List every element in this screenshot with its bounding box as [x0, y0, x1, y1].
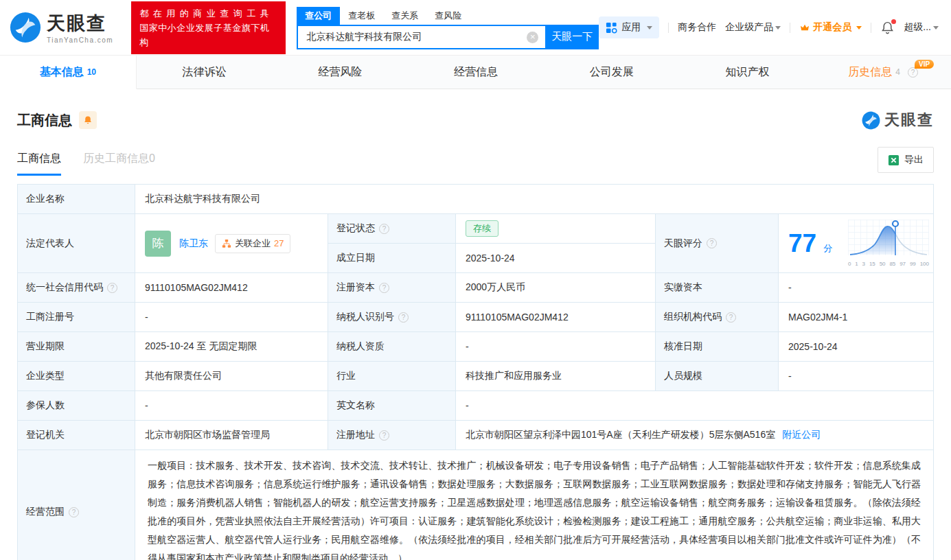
field-label-reg-status: 登记状态 — [328, 214, 455, 243]
export-button[interactable]: 导出 — [878, 147, 934, 173]
field-label-taxpayer-id: 纳税人识别号 — [328, 303, 455, 331]
clear-icon[interactable]: × — [527, 32, 538, 43]
tab-legal-proceedings-label: 法律诉讼 — [183, 65, 227, 80]
field-label-approval-date: 核准日期 — [656, 332, 778, 361]
score-unit: 分 — [823, 242, 832, 255]
org-chart-icon — [222, 239, 231, 248]
field-value-business-scope: 一般项目：技术服务、技术开发、技术咨询、技术交流、技术转让、技术推广；机械设备研… — [135, 450, 933, 560]
field-label-est-date: 成立日期 — [328, 244, 455, 272]
apps-menu[interactable]: 应用 — [599, 16, 659, 38]
divider — [668, 23, 669, 33]
bell-icon — [83, 115, 93, 125]
field-value-taxpayer-quality: - — [456, 332, 655, 361]
field-label-business-scope: 经营范围 — [18, 450, 135, 560]
business-info-table: 企业名称 北京科达航宇科技有限公司 法定代表人 陈 陈卫东 关联企业 27 — [17, 184, 934, 560]
tab-operating-info[interactable]: 经营信息 — [408, 56, 544, 89]
score-axis-labels: 0131550859799100 — [848, 261, 929, 267]
help-icon[interactable] — [379, 283, 389, 293]
chevron-down-icon — [647, 26, 652, 30]
subtab-history-business-info[interactable]: 历史工商信息0 — [83, 152, 155, 176]
field-label-company-type: 企业类型 — [18, 362, 135, 390]
app-grid-icon — [606, 22, 617, 34]
search-tab-relation[interactable]: 查关系 — [383, 7, 426, 25]
field-value-approval-date: 2025-10-24 — [779, 332, 933, 361]
field-label-credit-code: 统一社会信用代码 — [18, 273, 135, 302]
tab-basic-info[interactable]: 基本信息 10 — [0, 56, 137, 89]
subtab-business-info[interactable]: 工商信息 — [17, 152, 61, 176]
nav-open-vip[interactable]: 开通会员 — [799, 21, 862, 34]
brand-name: 天眼查 — [47, 11, 113, 36]
divider — [790, 23, 790, 33]
search-tab-boss[interactable]: 查老板 — [340, 7, 383, 25]
score-curve — [848, 220, 929, 258]
tab-history-info-label: 历史信息 — [848, 65, 892, 80]
score-distribution-chart: 0131550859799100 — [848, 220, 929, 267]
tab-company-development-label: 公司发展 — [590, 65, 634, 80]
help-icon[interactable] — [107, 283, 117, 293]
field-label-insured-count: 参保人数 — [18, 391, 135, 420]
notification-bell[interactable] — [880, 21, 895, 35]
nav-enterprise-label: 企业级产品 — [725, 21, 773, 34]
related-companies-label: 关联企业 — [235, 237, 271, 250]
field-label-english-name: 英文名称 — [328, 391, 455, 420]
tianyancha-watermark: 天眼查 — [862, 110, 934, 130]
search-tab-company[interactable]: 查公司 — [297, 7, 340, 25]
tab-operating-risk-label: 经营风险 — [318, 65, 362, 80]
vip-badge: VIP — [915, 60, 934, 69]
nav-open-vip-label: 开通会员 — [813, 21, 851, 34]
field-value-reg-address: 北京市朝阳区望京利泽中园101号A座（天利生产研发楼）5层东侧A516室 附近公… — [456, 421, 933, 450]
field-value-org-code: MAG02JM4-1 — [779, 303, 933, 331]
company-tab-bar: 基本信息 10 法律诉讼 经营风险 经营信息 公司发展 知识产权 VIP 历史信… — [0, 55, 951, 89]
search-block: 查公司 查老板 查关系 查风险 × 天眼一下 — [297, 6, 599, 49]
help-icon[interactable] — [398, 312, 409, 323]
field-value-credit-code: 91110105MAG02JM412 — [135, 273, 328, 302]
field-label-reg-number: 工商注册号 — [18, 303, 135, 331]
tab-history-info[interactable]: VIP 历史信息 4 — [815, 56, 951, 89]
legal-rep-avatar[interactable]: 陈 — [145, 231, 171, 257]
user-menu[interactable]: 超级... — [904, 21, 939, 34]
help-icon[interactable] — [707, 238, 717, 248]
tianyancha-logo-icon — [10, 12, 41, 43]
tab-operating-risk[interactable]: 经营风险 — [272, 56, 408, 89]
field-value-reg-capital: 2000万人民币 — [456, 273, 655, 302]
field-value-taxpayer-id: 91110105MAG02JM412 — [456, 303, 655, 331]
search-input[interactable] — [297, 25, 545, 49]
notification-dot — [891, 19, 896, 24]
tab-legal-proceedings[interactable]: 法律诉讼 — [137, 56, 273, 89]
search-tabs: 查公司 查老板 查关系 查风险 — [297, 6, 599, 25]
nav-enterprise[interactable]: 企业级产品 — [725, 21, 781, 34]
slogan-line2: 国家中小企业发展子基金旗下机构 — [139, 21, 277, 49]
tianyancha-logo-icon — [862, 111, 880, 130]
score-value: 77 — [788, 231, 816, 256]
subscribe-bell-button[interactable] — [79, 111, 97, 129]
brand-domain: TianYanCha.com — [47, 36, 113, 44]
tab-company-development[interactable]: 公司发展 — [544, 56, 680, 89]
user-menu-label: 超级... — [904, 21, 931, 34]
help-icon[interactable] — [69, 507, 79, 517]
field-label-reg-address: 注册地址 — [328, 421, 455, 450]
export-label: 导出 — [904, 154, 924, 166]
nav-cooperation[interactable]: 商务合作 — [678, 21, 716, 34]
legal-rep-link[interactable]: 陈卫东 — [179, 237, 208, 250]
help-icon[interactable] — [379, 224, 389, 234]
field-value-est-date: 2025-10-24 — [456, 244, 655, 272]
tab-intellectual-property[interactable]: 知识产权 — [680, 56, 816, 89]
chevron-down-icon — [856, 26, 862, 30]
search-button[interactable]: 天眼一下 — [545, 25, 599, 49]
slogan-badge: 都在用的商业查询工具 国家中小企业发展子基金旗下机构 — [131, 1, 286, 54]
related-companies-badge[interactable]: 关联企业 27 — [215, 234, 290, 253]
top-nav: 应用 商务合作 企业级产品 开通会员 超级... — [599, 16, 939, 38]
help-icon[interactable] — [379, 430, 389, 441]
field-value-industry: 科技推广和应用服务业 — [456, 362, 655, 390]
field-value-legal-rep: 陈 陈卫东 关联企业 27 — [135, 214, 328, 272]
help-icon[interactable] — [726, 312, 736, 323]
tianyancha-logo[interactable]: 天眼查 TianYanCha.com — [10, 11, 113, 44]
watermark-text: 天眼查 — [884, 110, 934, 130]
chevron-down-icon — [933, 26, 939, 30]
excel-icon — [888, 154, 900, 166]
nearby-companies-link[interactable]: 附近公司 — [782, 429, 821, 441]
main-content: 工商信息 天眼查 工商信息 历史工商信息0 导出 — [0, 110, 951, 560]
search-tab-risk[interactable]: 查风险 — [426, 7, 470, 25]
crown-icon — [799, 22, 810, 33]
field-label-taxpayer-quality: 纳税人资质 — [328, 332, 455, 361]
